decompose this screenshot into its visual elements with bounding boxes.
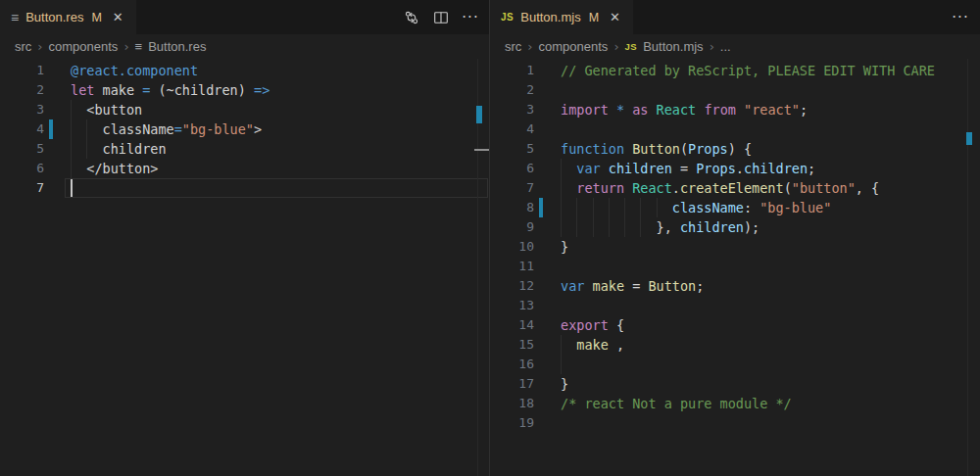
line-number[interactable]: 4 [526, 119, 534, 139]
chevron-right-icon: › [704, 39, 720, 54]
line-number[interactable]: 18 [518, 394, 534, 413]
gutter: 18 [490, 394, 561, 413]
line-number[interactable]: 5 [36, 139, 44, 159]
gutter: 3 [0, 100, 71, 119]
code-editor[interactable]: 1// Generated by ReScript, PLEASE EDIT W… [490, 59, 980, 476]
code-line-text[interactable]: // Generated by ReScript, PLEASE EDIT WI… [561, 61, 980, 80]
line-number[interactable]: 6 [36, 159, 44, 178]
line-number[interactable]: 2 [526, 80, 534, 100]
breadcrumb-item[interactable]: src [505, 39, 521, 54]
indent-guide [71, 139, 72, 159]
breadcrumb-item-file[interactable]: Button.res [148, 39, 206, 54]
code-line-text[interactable]: } [561, 237, 980, 257]
line-number[interactable]: 14 [518, 315, 534, 335]
line-number[interactable]: 16 [518, 355, 534, 374]
code-line-text[interactable]: @react.component [71, 61, 490, 80]
editor-tab-button-res[interactable]: ≡ Button.res M ✕ [0, 0, 136, 34]
indent-guide [624, 198, 625, 217]
editor-tab-button-mjs[interactable]: JS Button.mjs M ✕ [490, 0, 633, 34]
breadcrumb-item[interactable]: components [49, 39, 119, 54]
line-number[interactable]: 11 [518, 257, 534, 276]
more-actions-icon[interactable]: ··· [459, 6, 482, 29]
code-line: 17} [490, 374, 980, 394]
line-number[interactable]: 9 [526, 217, 534, 237]
code-line: 5function Button(Props) { [490, 139, 980, 159]
code-line: 18/* react Not a pure module */ [490, 394, 980, 413]
gutter: 17 [490, 374, 561, 394]
line-number[interactable]: 2 [36, 80, 44, 100]
line-number[interactable]: 3 [526, 100, 534, 119]
code-line: 7 return React.createElement("button", { [490, 178, 980, 198]
code-line-text[interactable]: let make = (~children) => [71, 80, 490, 100]
line-number[interactable]: 4 [36, 119, 44, 139]
line-number[interactable]: 12 [518, 276, 534, 296]
line-number[interactable]: 17 [518, 374, 534, 394]
line-number[interactable]: 1 [36, 61, 44, 80]
code-line-text[interactable] [561, 257, 980, 276]
split-editor-icon[interactable] [429, 6, 453, 29]
code-line: 6 var children = Props.children; [490, 159, 980, 178]
javascript-file-icon: JS [625, 41, 638, 52]
code-line-text[interactable]: children [71, 139, 490, 159]
code-line: 5 children [0, 139, 490, 159]
gutter: 7 [490, 178, 561, 198]
overview-modified-marker [966, 132, 972, 145]
breadcrumb-item-file[interactable]: Button.mjs [643, 39, 703, 54]
overview-cursor-marker [474, 149, 490, 151]
line-number[interactable]: 5 [526, 139, 534, 159]
line-number[interactable]: 10 [518, 237, 534, 257]
line-number[interactable]: 1 [526, 61, 534, 80]
code-line-text[interactable] [561, 119, 980, 139]
close-icon[interactable]: ✕ [608, 9, 622, 25]
code-editor[interactable]: 1@react.component2let make = (~children)… [0, 59, 490, 476]
open-changes-icon[interactable] [400, 6, 423, 29]
code-line-text[interactable]: function Button(Props) { [561, 139, 980, 159]
code-line: 6 </button> [0, 159, 490, 178]
code-line-text[interactable]: }, children); [561, 217, 980, 237]
breadcrumb-item[interactable]: components [539, 39, 609, 54]
code-line-text[interactable]: var make = Button; [561, 276, 980, 296]
code-line-text[interactable]: return React.createElement("button", { [561, 178, 980, 198]
editor-actions: ··· [400, 0, 482, 34]
breadcrumb-item[interactable]: src [15, 39, 31, 54]
line-number[interactable]: 15 [518, 335, 534, 355]
tab-bar: JS Button.mjs M ✕ ··· [490, 0, 980, 34]
code-line-text[interactable]: make , [561, 335, 980, 355]
code-line-text[interactable]: className="bg-blue"> [71, 119, 490, 139]
code-line-text[interactable]: </button> [71, 159, 490, 178]
line-number[interactable]: 8 [526, 198, 534, 217]
gutter: 11 [490, 257, 561, 276]
code-line-text[interactable] [561, 413, 980, 433]
line-number[interactable]: 7 [526, 178, 534, 198]
line-number[interactable]: 13 [518, 296, 534, 315]
line-number[interactable]: 19 [518, 413, 534, 433]
code-line: 13 [490, 296, 980, 315]
line-number[interactable]: 6 [526, 159, 534, 178]
gutter: 14 [490, 315, 561, 335]
code-line-text[interactable] [561, 296, 980, 315]
code-line-text[interactable]: } [561, 374, 980, 394]
gutter: 1 [0, 61, 71, 80]
code-line-text[interactable]: className: "bg-blue" [561, 198, 980, 217]
indent-guide [640, 198, 641, 217]
modified-badge: M [91, 11, 101, 24]
code-line-text[interactable]: var children = Props.children; [561, 159, 980, 178]
code-line-text[interactable] [561, 355, 980, 374]
code-line-text[interactable]: /* react Not a pure module */ [561, 394, 980, 413]
code-line-text[interactable]: export { [561, 315, 980, 335]
close-icon[interactable]: ✕ [111, 9, 125, 25]
code-line-text[interactable]: <button [71, 100, 490, 119]
breadcrumb-item-symbol[interactable]: ... [720, 39, 731, 54]
more-actions-icon[interactable]: ··· [949, 6, 972, 29]
line-number[interactable]: 3 [36, 100, 44, 119]
code-line-text[interactable] [561, 80, 980, 100]
gutter: 3 [490, 100, 561, 119]
code-line: 14export { [490, 315, 980, 335]
code-line-text[interactable] [71, 178, 490, 198]
text-cursor [71, 179, 73, 197]
editor-pane-right: JS Button.mjs M ✕ ··· src›components›JSB… [490, 0, 980, 476]
line-number[interactable]: 7 [36, 178, 44, 198]
editor-group-divider[interactable] [489, 0, 490, 476]
vscode-window: ≡ Button.res M ✕ ··· src›components›≡But… [0, 0, 980, 476]
code-line-text[interactable]: import * as React from "react"; [561, 100, 980, 119]
